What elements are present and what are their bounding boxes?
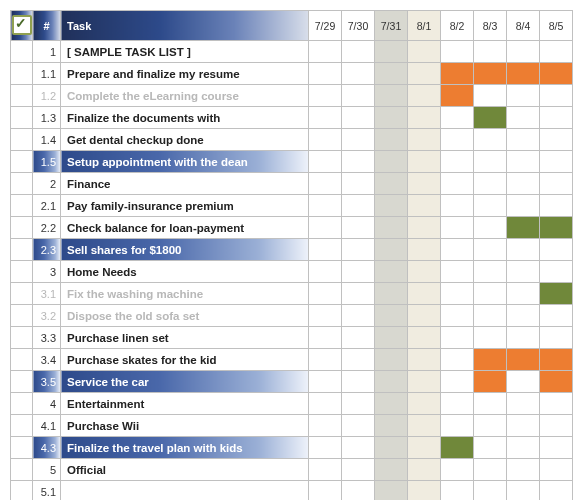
table-row[interactable]: 2Finance (11, 173, 573, 195)
table-row[interactable]: 4.1Purchase Wii (11, 415, 573, 437)
gantt-cell[interactable] (507, 283, 540, 305)
check-cell[interactable] (11, 173, 33, 195)
gantt-cell[interactable] (507, 129, 540, 151)
gantt-cell[interactable] (309, 107, 342, 129)
gantt-cell[interactable] (342, 481, 375, 501)
gantt-cell[interactable] (309, 349, 342, 371)
gantt-cell[interactable] (441, 239, 474, 261)
task-cell[interactable] (61, 481, 309, 501)
gantt-cell[interactable] (441, 107, 474, 129)
gantt-cell[interactable] (342, 217, 375, 239)
gantt-cell[interactable] (408, 261, 441, 283)
gantt-cell[interactable] (375, 305, 408, 327)
gantt-cell[interactable] (342, 305, 375, 327)
gantt-cell[interactable] (408, 217, 441, 239)
gantt-bar[interactable] (540, 371, 573, 393)
task-gantt-table[interactable]: # Task 7/29 7/30 7/31 8/1 8/2 8/3 8/4 8/… (10, 10, 573, 500)
gantt-cell[interactable] (375, 371, 408, 393)
gantt-cell[interactable] (441, 393, 474, 415)
gantt-cell[interactable] (375, 283, 408, 305)
gantt-cell[interactable] (408, 415, 441, 437)
gantt-cell[interactable] (375, 437, 408, 459)
gantt-cell[interactable] (441, 459, 474, 481)
gantt-cell[interactable] (474, 217, 507, 239)
table-row[interactable]: 5.1 (11, 481, 573, 501)
task-cell[interactable]: Check balance for loan-payment (61, 217, 309, 239)
gantt-cell[interactable] (375, 63, 408, 85)
gantt-cell[interactable] (342, 261, 375, 283)
gantt-cell[interactable] (441, 261, 474, 283)
gantt-bar[interactable] (441, 63, 474, 85)
check-cell[interactable] (11, 129, 33, 151)
gantt-cell[interactable] (309, 305, 342, 327)
gantt-cell[interactable] (309, 437, 342, 459)
gantt-cell[interactable] (342, 283, 375, 305)
gantt-cell[interactable] (342, 151, 375, 173)
gantt-cell[interactable] (474, 481, 507, 501)
gantt-cell[interactable] (408, 41, 441, 63)
gantt-cell[interactable] (309, 151, 342, 173)
gantt-bar[interactable] (441, 85, 474, 107)
header-date-2[interactable]: 7/31 (375, 11, 408, 41)
check-cell[interactable] (11, 459, 33, 481)
header-date-1[interactable]: 7/30 (342, 11, 375, 41)
gantt-bar[interactable] (540, 217, 573, 239)
gantt-cell[interactable] (441, 173, 474, 195)
gantt-cell[interactable] (540, 305, 573, 327)
check-cell[interactable] (11, 151, 33, 173)
gantt-bar[interactable] (507, 217, 540, 239)
table-row[interactable]: 3.5Service the car (11, 371, 573, 393)
gantt-cell[interactable] (342, 85, 375, 107)
task-cell[interactable]: Service the car (61, 371, 309, 393)
gantt-cell[interactable] (474, 305, 507, 327)
gantt-cell[interactable] (507, 41, 540, 63)
num-cell[interactable]: 5 (33, 459, 61, 481)
gantt-cell[interactable] (342, 393, 375, 415)
check-cell[interactable] (11, 41, 33, 63)
gantt-cell[interactable] (408, 283, 441, 305)
gantt-cell[interactable] (408, 327, 441, 349)
gantt-cell[interactable] (474, 415, 507, 437)
header-date-4[interactable]: 8/2 (441, 11, 474, 41)
gantt-cell[interactable] (441, 327, 474, 349)
gantt-cell[interactable] (375, 151, 408, 173)
gantt-cell[interactable] (309, 173, 342, 195)
gantt-cell[interactable] (408, 151, 441, 173)
table-row[interactable]: 1.5Setup appointment with the dean (11, 151, 573, 173)
gantt-cell[interactable] (342, 195, 375, 217)
gantt-cell[interactable] (441, 371, 474, 393)
num-cell[interactable]: 1 (33, 41, 61, 63)
num-cell[interactable]: 3.3 (33, 327, 61, 349)
table-row[interactable]: 2.2Check balance for loan-payment (11, 217, 573, 239)
task-cell[interactable]: Get dental checkup done (61, 129, 309, 151)
gantt-cell[interactable] (540, 151, 573, 173)
check-cell[interactable] (11, 217, 33, 239)
task-cell[interactable]: Home Needs (61, 261, 309, 283)
gantt-cell[interactable] (408, 349, 441, 371)
gantt-cell[interactable] (474, 459, 507, 481)
gantt-cell[interactable] (474, 173, 507, 195)
check-cell[interactable] (11, 349, 33, 371)
task-cell[interactable]: Official (61, 459, 309, 481)
num-cell[interactable]: 1.5 (33, 151, 61, 173)
task-cell[interactable]: Purchase skates for the kid (61, 349, 309, 371)
gantt-cell[interactable] (507, 239, 540, 261)
gantt-cell[interactable] (540, 481, 573, 501)
task-cell[interactable]: Purchase linen set (61, 327, 309, 349)
task-cell[interactable]: Pay family-insurance premium (61, 195, 309, 217)
gantt-cell[interactable] (342, 173, 375, 195)
num-cell[interactable]: 4 (33, 393, 61, 415)
table-row[interactable]: 4Entertainment (11, 393, 573, 415)
gantt-cell[interactable] (342, 41, 375, 63)
gantt-bar[interactable] (474, 107, 507, 129)
gantt-cell[interactable] (540, 129, 573, 151)
table-row[interactable]: 1.4Get dental checkup done (11, 129, 573, 151)
gantt-bar[interactable] (507, 349, 540, 371)
gantt-cell[interactable] (309, 261, 342, 283)
check-cell[interactable] (11, 415, 33, 437)
gantt-cell[interactable] (540, 393, 573, 415)
table-row[interactable]: 4.3Finalize the travel plan with kids (11, 437, 573, 459)
num-cell[interactable]: 4.1 (33, 415, 61, 437)
task-cell[interactable]: Setup appointment with the dean (61, 151, 309, 173)
gantt-cell[interactable] (507, 415, 540, 437)
